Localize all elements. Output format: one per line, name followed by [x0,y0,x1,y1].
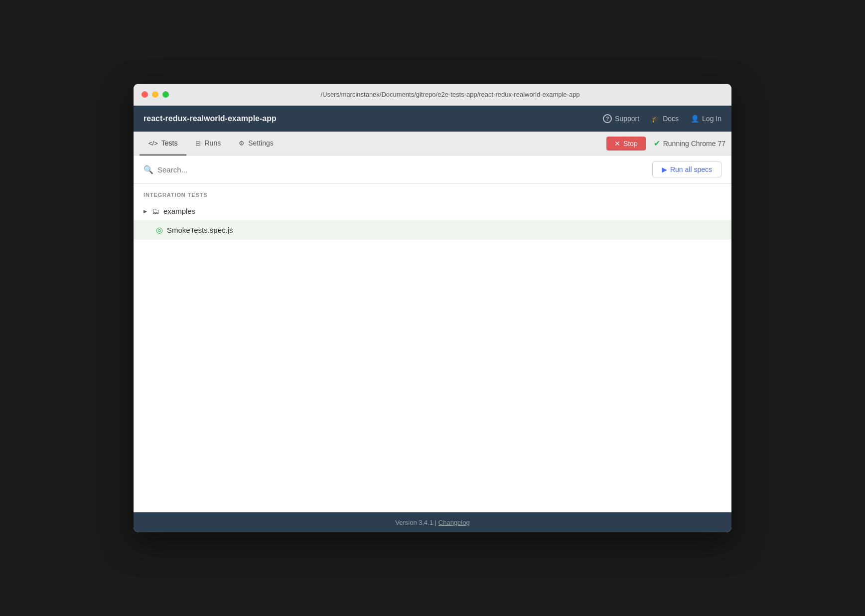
support-link[interactable]: ? Support [603,114,639,123]
tab-runs[interactable]: ⊟ Runs [186,132,230,155]
tab-tests[interactable]: </> Tests [140,132,186,155]
header-nav: ? Support 🎓 Docs 👤 Log In [603,114,721,123]
search-bar: 🔍 ▶ Run all specs [134,155,731,184]
footer: Version 3.4.1 | Changelog [134,512,731,532]
tab-settings[interactable]: ⚙ Settings [230,132,283,155]
support-icon: ? [603,114,612,123]
running-spinner-icon: ◎ [156,225,163,235]
user-icon: 👤 [691,115,699,123]
folder-icon: 🗂 [152,207,159,215]
window-path: /Users/marcinstanek/Documents/gitrepo/e2… [177,91,723,98]
window-controls [142,91,169,98]
stop-x-icon: ✕ [614,140,620,148]
minimize-button[interactable] [152,91,158,98]
folder-name: examples [163,207,195,215]
login-link[interactable]: 👤 Log In [691,115,721,123]
title-bar: /Users/marcinstanek/Documents/gitrepo/e2… [134,84,731,106]
stop-button[interactable]: ✕ Stop [606,137,646,151]
section-header: INTEGRATION TESTS [134,184,731,202]
run-all-specs-button[interactable]: ▶ Run all specs [652,161,721,177]
docs-link[interactable]: 🎓 Docs [651,115,679,123]
tabs-bar: </> Tests ⊟ Runs ⚙ Settings ✕ Stop ✔ Run… [134,132,731,155]
docs-icon: 🎓 [651,115,660,123]
running-status-label: Running Chrome 77 [663,140,725,148]
login-label: Log In [702,115,721,123]
runs-tab-label: Runs [204,139,221,147]
stop-label: Stop [623,140,638,148]
running-check-icon: ✔ [654,139,660,148]
tests-code-icon: </> [148,140,158,147]
changelog-link[interactable]: Changelog [438,519,470,526]
spec-name: SmokeTests.spec.js [167,226,233,234]
main-window: /Users/marcinstanek/Documents/gitrepo/e2… [134,84,731,532]
search-input[interactable] [157,165,652,174]
app-header: react-redux-realworld-example-app ? Supp… [134,106,731,132]
list-item[interactable]: ◎ SmokeTests.spec.js [134,220,731,240]
version-text: Version 3.4.1 | [395,519,438,526]
run-all-label: Run all specs [670,165,712,173]
settings-gear-icon: ⚙ [239,140,245,147]
maximize-button[interactable] [162,91,169,98]
close-button[interactable] [142,91,148,98]
list-item[interactable]: ▶ 🗂 examples [134,202,731,220]
tests-tab-label: Tests [161,139,178,147]
support-label: Support [615,115,639,123]
running-status: ✔ Running Chrome 77 [654,139,725,148]
footer-version: Version 3.4.1 | Changelog [395,519,469,526]
docs-label: Docs [663,115,679,123]
play-icon: ▶ [662,165,667,173]
main-content: INTEGRATION TESTS ▶ 🗂 examples ◎ SmokeTe… [134,184,731,512]
runs-icon: ⊟ [195,140,201,147]
app-title: react-redux-realworld-example-app [144,114,603,123]
chevron-right-icon: ▶ [144,209,147,214]
settings-tab-label: Settings [248,139,274,147]
search-icon: 🔍 [144,165,153,174]
